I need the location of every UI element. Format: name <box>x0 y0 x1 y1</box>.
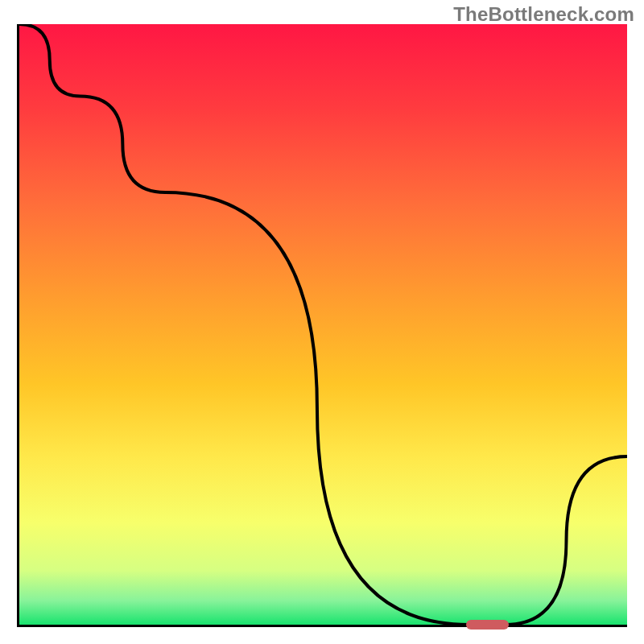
plot-area <box>17 24 627 627</box>
watermark-label: TheBottleneck.com <box>453 3 634 26</box>
chart-container: TheBottleneck.com <box>0 0 644 644</box>
gradient-rect <box>19 24 627 625</box>
optimal-marker <box>466 620 509 630</box>
gradient-background <box>19 24 627 625</box>
